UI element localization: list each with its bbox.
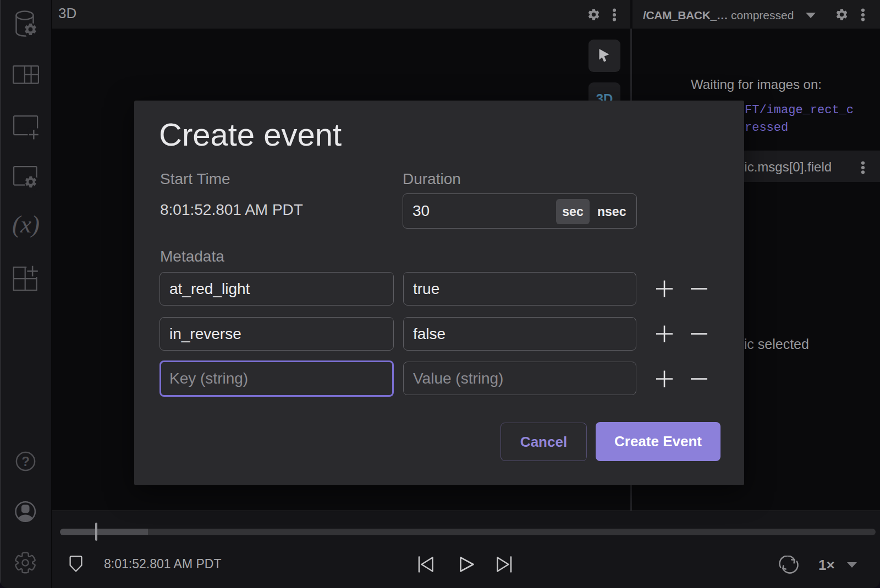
svg-text:?: ?	[21, 454, 30, 469]
